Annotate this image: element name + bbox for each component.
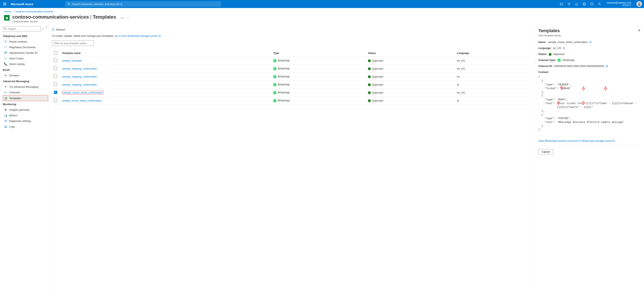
sidebar-item-label: Phone numbers [9, 40, 28, 43]
cell-type: ✆WhatsApp [271, 65, 366, 73]
help-icon[interactable] [590, 2, 594, 6]
copy-icon[interactable]: ⧉ [606, 65, 608, 68]
field-content: Content: [ { "type": "HEADER", "format":… [538, 71, 640, 132]
cell-language: en_US [455, 65, 530, 73]
table-row[interactable]: sample_movie_ticket_confirmation✆WhatsAp… [52, 97, 530, 105]
col-language[interactable]: Language [455, 50, 530, 57]
row-checkbox[interactable] [54, 99, 57, 102]
page-title: contoso-communication-services | Templat… [12, 14, 116, 20]
sidebar-item[interactable]: ▤Templates [3, 95, 48, 101]
global-search-input[interactable] [72, 3, 219, 6]
filter-icon[interactable] [567, 2, 571, 6]
cancel-button[interactable]: Cancel [538, 149, 553, 154]
sidebar-item[interactable]: 📊Metrics [3, 113, 48, 118]
sidebar-item-icon: 🪪 [4, 51, 7, 54]
col-type[interactable]: Type [271, 50, 366, 57]
table-row[interactable]: sample_movie_ticket_confirmation✆WhatsAp… [52, 89, 530, 97]
status-ok-icon: ✓ [368, 59, 371, 62]
sidebar-item[interactable]: #Phone numbers [3, 39, 48, 44]
sidebar-item-label: Regulatory Documents [9, 46, 36, 49]
topbar: Microsoft Azure contoso@contoso.com DEFA… [0, 0, 644, 8]
annotation-arrow-down-icon [582, 86, 585, 91]
table-row[interactable]: sample_template✆WhatsApp✓Approveden_US [52, 57, 530, 65]
brand-label: Microsoft Azure [11, 3, 33, 6]
sidebar-item[interactable]: 🛡Regulatory Documents [3, 44, 48, 50]
status-ok-icon: ✓ [368, 91, 371, 94]
sidebar-item[interactable]: ✈Try Advanced Messaging [3, 84, 48, 90]
sidebar-search-input[interactable] [3, 26, 41, 31]
cell-language: id [455, 81, 530, 89]
cell-type: ✆WhatsApp [271, 89, 366, 97]
cell-language: es [455, 73, 530, 81]
cell-type: ✆WhatsApp [271, 97, 366, 105]
status-ok-icon: ✓ [368, 75, 371, 78]
sidebar-item[interactable]: ▤Logs [3, 124, 48, 129]
row-checkbox[interactable] [54, 83, 57, 86]
cell-language: id [455, 97, 530, 105]
template-name-link[interactable]: sample_movie_ticket_confirmation [62, 91, 103, 95]
svg-rect-2 [560, 3, 563, 5]
template-filter-input[interactable] [52, 40, 94, 46]
col-template-name[interactable]: Template name [60, 50, 271, 57]
template-name-link[interactable]: sample_shipping_confirmation [62, 75, 97, 78]
template-name-link[interactable]: sample_movie_ticket_confirmation [62, 99, 102, 102]
annotation-arrow-up-icon [557, 101, 560, 105]
row-checkbox[interactable] [54, 67, 57, 70]
sidebar-item-icon: 🛡 [4, 46, 7, 49]
sidebar-item[interactable]: 📞Direct routing [3, 61, 48, 67]
sidebar-item[interactable]: ▭Short Codes [3, 56, 48, 61]
table-row[interactable]: sample_shipping_confirmation✆WhatsApp✓Ap… [52, 73, 530, 81]
scroll-up-icon[interactable]: ▲ [45, 26, 47, 28]
col-status[interactable]: Status [366, 50, 455, 57]
whatsapp-icon: ✆ [273, 99, 276, 102]
cell-type: ✆WhatsApp [271, 81, 366, 89]
sidebar-group-label: Monitoring [3, 101, 48, 107]
external-link-icon: ⧉ [159, 34, 160, 37]
status-ok-icon: ✓ [549, 53, 552, 56]
more-icon[interactable]: ⋯ [126, 17, 129, 20]
sidebar-item[interactable]: ●Domains [3, 73, 48, 78]
row-checkbox[interactable] [54, 59, 57, 62]
resource-icon: ▤ [4, 15, 10, 21]
copy-icon[interactable]: ⧉ [590, 41, 591, 44]
favorite-star-icon[interactable]: ☆ [120, 16, 124, 20]
panel-subtitle: View template details [538, 34, 640, 37]
account-info[interactable]: contoso@contoso.com DEFAULT [607, 2, 631, 7]
global-search[interactable] [65, 1, 221, 7]
copy-icon[interactable]: ⧉ [563, 47, 565, 50]
whatsapp-icon: ✆ [273, 83, 276, 86]
refresh-button[interactable]: ↻ Refresh [52, 28, 530, 32]
template-name-link[interactable]: sample_shipping_confirmation [62, 83, 97, 86]
select-all-checkbox[interactable] [54, 51, 57, 54]
row-checkbox[interactable] [54, 75, 57, 78]
row-checkbox[interactable] [54, 91, 57, 94]
status-ok-icon: ✓ [368, 83, 371, 86]
annotation-arrow-up-icon [560, 86, 563, 90]
sidebar-item[interactable]: ❖Insights (preview) [3, 107, 48, 113]
sidebar-item[interactable]: ⚙Diagnostic settings [3, 118, 48, 124]
settings-icon[interactable] [582, 2, 586, 6]
hamburger-menu-icon[interactable] [3, 2, 7, 6]
cloud-shell-icon[interactable] [560, 2, 563, 6]
account-email: contoso@contoso.com [607, 2, 631, 4]
sidebar-collapse-icon[interactable]: « [42, 27, 43, 30]
whatsapp-portal-link[interactable]: go to your WhatsApp manager portal. ⧉ [115, 34, 160, 37]
template-name-link[interactable]: sample_shipping_confirmation [62, 67, 97, 70]
sidebar-item-icon: ⇄ [4, 91, 7, 94]
cell-status: ✓Approved [366, 89, 455, 97]
sidebar-item[interactable]: ⇄Channels [3, 90, 48, 95]
whatsapp-icon: ✆ [273, 91, 276, 94]
feedback-icon[interactable] [598, 2, 601, 6]
sidebar-item[interactable]: 🪪Alphanumeric Sender ID [3, 50, 48, 56]
breadcrumb-resource[interactable]: contoso-communication-services [16, 10, 53, 13]
search-icon [4, 27, 7, 30]
whatsapp-account-link[interactable]: View WhatsApp business account on WhatsA… [538, 139, 640, 143]
avatar[interactable] [636, 1, 642, 7]
template-name-link[interactable]: sample_template [62, 59, 82, 62]
sidebar-item-label: Channels [9, 91, 20, 94]
breadcrumb-home[interactable]: Home [4, 10, 11, 13]
close-icon[interactable]: ✕ [638, 29, 640, 32]
notifications-icon[interactable] [575, 2, 578, 6]
table-row[interactable]: sample_shipping_confirmation✆WhatsApp✓Ap… [52, 65, 530, 73]
table-row[interactable]: sample_shipping_confirmation✆WhatsApp✓Ap… [52, 81, 530, 89]
